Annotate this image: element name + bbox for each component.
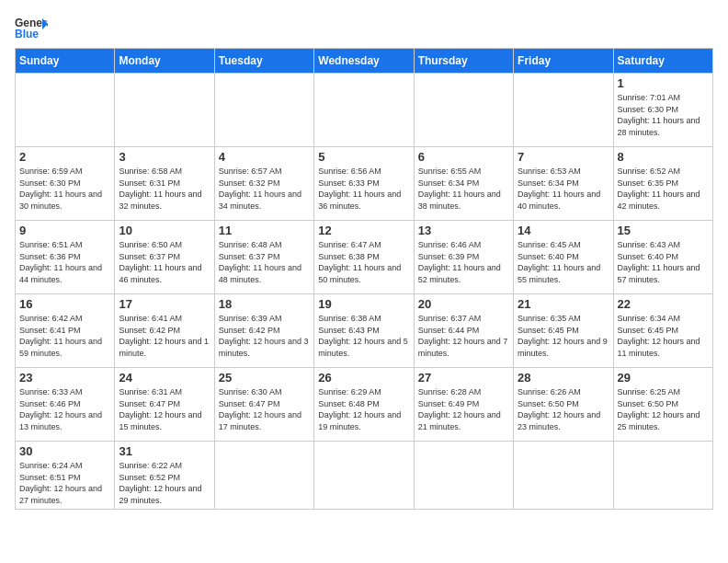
- day-number: 27: [418, 371, 509, 385]
- day-number: 6: [418, 150, 509, 164]
- calendar-cell: [214, 74, 313, 147]
- calendar-cell: 20Sunrise: 6:37 AM Sunset: 6:44 PM Dayli…: [414, 294, 513, 368]
- cell-info: Sunrise: 6:26 AM Sunset: 6:50 PM Dayligh…: [518, 386, 609, 432]
- calendar-cell: 17Sunrise: 6:41 AM Sunset: 6:42 PM Dayli…: [115, 294, 214, 368]
- calendar-cell: 15Sunrise: 6:43 AM Sunset: 6:40 PM Dayli…: [613, 221, 712, 294]
- day-number: 17: [119, 297, 210, 311]
- calendar-cell: 28Sunrise: 6:26 AM Sunset: 6:50 PM Dayli…: [514, 368, 613, 442]
- weekday-header-saturday: Saturday: [613, 49, 712, 74]
- calendar-cell: 11Sunrise: 6:48 AM Sunset: 6:37 PM Dayli…: [214, 221, 313, 294]
- day-number: 30: [19, 444, 110, 458]
- cell-info: Sunrise: 6:37 AM Sunset: 6:44 PM Dayligh…: [418, 313, 509, 359]
- cell-info: Sunrise: 6:38 AM Sunset: 6:43 PM Dayligh…: [318, 313, 409, 359]
- day-number: 14: [518, 224, 609, 237]
- day-number: 9: [19, 224, 110, 237]
- calendar-table: SundayMondayTuesdayWednesdayThursdayFrid…: [15, 48, 713, 510]
- cell-info: Sunrise: 6:47 AM Sunset: 6:38 PM Dayligh…: [318, 239, 409, 285]
- cell-info: Sunrise: 6:48 AM Sunset: 6:37 PM Dayligh…: [219, 239, 310, 285]
- calendar-cell: 5Sunrise: 6:56 AM Sunset: 6:33 PM Daylig…: [314, 147, 414, 221]
- day-number: 11: [219, 224, 310, 237]
- calendar-week-row-3: 16Sunrise: 6:42 AM Sunset: 6:41 PM Dayli…: [16, 294, 713, 368]
- day-number: 10: [119, 224, 210, 237]
- day-number: 12: [318, 224, 409, 237]
- calendar-cell: 9Sunrise: 6:51 AM Sunset: 6:36 PM Daylig…: [16, 221, 115, 294]
- calendar-cell: 26Sunrise: 6:29 AM Sunset: 6:48 PM Dayli…: [314, 368, 414, 442]
- cell-info: Sunrise: 6:33 AM Sunset: 6:46 PM Dayligh…: [19, 386, 110, 432]
- page-header: GeneralBlue: [15, 15, 713, 42]
- cell-info: Sunrise: 6:35 AM Sunset: 6:45 PM Dayligh…: [518, 313, 609, 359]
- cell-info: Sunrise: 7:01 AM Sunset: 6:30 PM Dayligh…: [618, 92, 709, 138]
- svg-text:Blue: Blue: [15, 28, 39, 40]
- cell-info: Sunrise: 6:45 AM Sunset: 6:40 PM Dayligh…: [518, 239, 609, 285]
- day-number: 4: [219, 150, 310, 164]
- calendar-cell: [314, 442, 414, 510]
- calendar-cell: 12Sunrise: 6:47 AM Sunset: 6:38 PM Dayli…: [314, 221, 414, 294]
- calendar-cell: 24Sunrise: 6:31 AM Sunset: 6:47 PM Dayli…: [115, 368, 214, 442]
- cell-info: Sunrise: 6:43 AM Sunset: 6:40 PM Dayligh…: [618, 239, 709, 285]
- cell-info: Sunrise: 6:29 AM Sunset: 6:48 PM Dayligh…: [318, 386, 409, 432]
- cell-info: Sunrise: 6:42 AM Sunset: 6:41 PM Dayligh…: [19, 313, 110, 359]
- calendar-week-row-0: 1Sunrise: 7:01 AM Sunset: 6:30 PM Daylig…: [16, 74, 713, 147]
- day-number: 15: [618, 224, 709, 237]
- calendar-cell: 25Sunrise: 6:30 AM Sunset: 6:47 PM Dayli…: [214, 368, 313, 442]
- cell-info: Sunrise: 6:53 AM Sunset: 6:34 PM Dayligh…: [518, 166, 609, 212]
- day-number: 7: [518, 150, 609, 164]
- weekday-header-monday: Monday: [115, 49, 214, 74]
- cell-info: Sunrise: 6:51 AM Sunset: 6:36 PM Dayligh…: [19, 239, 110, 285]
- day-number: 18: [219, 297, 310, 311]
- calendar-cell: [414, 442, 513, 510]
- calendar-cell: [414, 74, 513, 147]
- calendar-cell: [514, 74, 613, 147]
- calendar-cell: 3Sunrise: 6:58 AM Sunset: 6:31 PM Daylig…: [115, 147, 214, 221]
- calendar-cell: 6Sunrise: 6:55 AM Sunset: 6:34 PM Daylig…: [414, 147, 513, 221]
- day-number: 29: [618, 371, 709, 385]
- day-number: 23: [19, 371, 110, 385]
- weekday-header-thursday: Thursday: [414, 49, 513, 74]
- weekday-header-friday: Friday: [514, 49, 613, 74]
- cell-info: Sunrise: 6:22 AM Sunset: 6:52 PM Dayligh…: [119, 460, 210, 506]
- day-number: 2: [19, 150, 110, 164]
- day-number: 5: [318, 150, 409, 164]
- day-number: 1: [618, 76, 709, 90]
- cell-info: Sunrise: 6:41 AM Sunset: 6:42 PM Dayligh…: [119, 313, 210, 359]
- calendar-cell: 4Sunrise: 6:57 AM Sunset: 6:32 PM Daylig…: [214, 147, 313, 221]
- cell-info: Sunrise: 6:57 AM Sunset: 6:32 PM Dayligh…: [219, 166, 310, 212]
- day-number: 26: [318, 371, 409, 385]
- day-number: 3: [119, 150, 210, 164]
- calendar-week-row-4: 23Sunrise: 6:33 AM Sunset: 6:46 PM Dayli…: [16, 368, 713, 442]
- calendar-cell: 19Sunrise: 6:38 AM Sunset: 6:43 PM Dayli…: [314, 294, 414, 368]
- calendar-cell: [115, 74, 214, 147]
- day-number: 28: [518, 371, 609, 385]
- cell-info: Sunrise: 6:46 AM Sunset: 6:39 PM Dayligh…: [418, 239, 509, 285]
- cell-info: Sunrise: 6:34 AM Sunset: 6:45 PM Dayligh…: [618, 313, 709, 359]
- day-number: 22: [618, 297, 709, 311]
- weekday-header-wednesday: Wednesday: [314, 49, 414, 74]
- cell-info: Sunrise: 6:28 AM Sunset: 6:49 PM Dayligh…: [418, 386, 509, 432]
- calendar-week-row-1: 2Sunrise: 6:59 AM Sunset: 6:30 PM Daylig…: [16, 147, 713, 221]
- weekday-header-row: SundayMondayTuesdayWednesdayThursdayFrid…: [16, 49, 713, 74]
- calendar-cell: 16Sunrise: 6:42 AM Sunset: 6:41 PM Dayli…: [16, 294, 115, 368]
- calendar-cell: [214, 442, 313, 510]
- calendar-cell: 31Sunrise: 6:22 AM Sunset: 6:52 PM Dayli…: [115, 442, 214, 510]
- day-number: 31: [119, 444, 210, 458]
- cell-info: Sunrise: 6:55 AM Sunset: 6:34 PM Dayligh…: [418, 166, 509, 212]
- calendar-cell: [613, 442, 712, 510]
- cell-info: Sunrise: 6:58 AM Sunset: 6:31 PM Dayligh…: [119, 166, 210, 212]
- calendar-cell: 7Sunrise: 6:53 AM Sunset: 6:34 PM Daylig…: [514, 147, 613, 221]
- logo: GeneralBlue: [15, 15, 48, 42]
- cell-info: Sunrise: 6:56 AM Sunset: 6:33 PM Dayligh…: [318, 166, 409, 212]
- calendar-cell: [314, 74, 414, 147]
- calendar-cell: 1Sunrise: 7:01 AM Sunset: 6:30 PM Daylig…: [613, 74, 712, 147]
- day-number: 8: [618, 150, 709, 164]
- calendar-cell: 18Sunrise: 6:39 AM Sunset: 6:42 PM Dayli…: [214, 294, 313, 368]
- cell-info: Sunrise: 6:24 AM Sunset: 6:51 PM Dayligh…: [19, 460, 110, 506]
- calendar-cell: 30Sunrise: 6:24 AM Sunset: 6:51 PM Dayli…: [16, 442, 115, 510]
- calendar-cell: 2Sunrise: 6:59 AM Sunset: 6:30 PM Daylig…: [16, 147, 115, 221]
- day-number: 19: [318, 297, 409, 311]
- calendar-cell: 13Sunrise: 6:46 AM Sunset: 6:39 PM Dayli…: [414, 221, 513, 294]
- calendar-cell: 29Sunrise: 6:25 AM Sunset: 6:50 PM Dayli…: [613, 368, 712, 442]
- cell-info: Sunrise: 6:59 AM Sunset: 6:30 PM Dayligh…: [19, 166, 110, 212]
- logo-icon: GeneralBlue: [15, 15, 48, 42]
- calendar-cell: 8Sunrise: 6:52 AM Sunset: 6:35 PM Daylig…: [613, 147, 712, 221]
- calendar-cell: 21Sunrise: 6:35 AM Sunset: 6:45 PM Dayli…: [514, 294, 613, 368]
